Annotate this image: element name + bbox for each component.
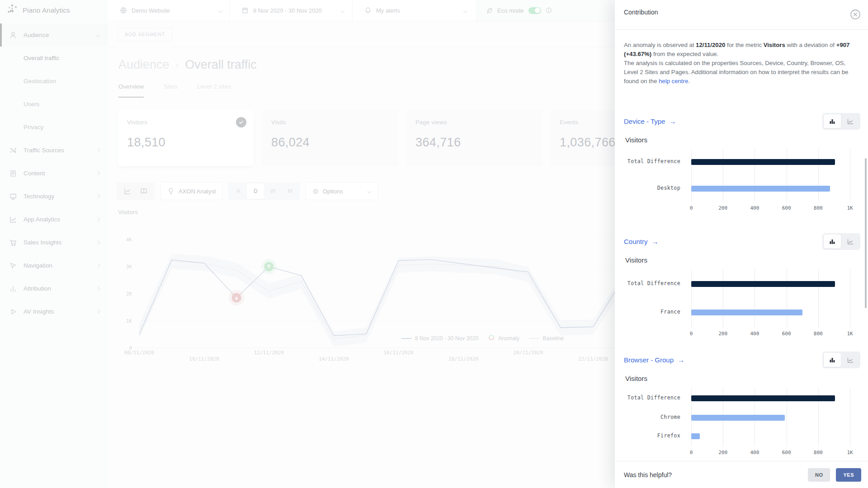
granularity-m[interactable]: M xyxy=(281,183,298,199)
section-metric-browser-group: Visitors xyxy=(625,375,647,383)
bar-chart-toggle-icon[interactable] xyxy=(824,235,841,249)
site-selector[interactable]: Demo Website xyxy=(108,0,229,21)
feedback-no-button[interactable]: NO xyxy=(808,468,830,482)
chevron-down-icon xyxy=(368,189,372,193)
chevron-down-icon xyxy=(96,33,100,38)
anomaly-description: An anomaly is observed at 12/11/2020 for… xyxy=(624,41,861,86)
date-range-picker[interactable]: 8 Nov 2020 - 30 Nov 2020 xyxy=(229,0,352,21)
eco-mode-label: Eco mode xyxy=(497,7,524,14)
sidebar-item-audience[interactable]: Audience xyxy=(0,23,108,47)
bar-label-total-difference: Total Difference xyxy=(615,158,680,164)
anomaly-marker-down[interactable] xyxy=(229,290,244,305)
bell-icon xyxy=(364,7,372,14)
sidebar-item-content[interactable]: Content xyxy=(0,162,108,185)
chevron-right-icon xyxy=(96,171,100,176)
sidebar-item-users[interactable]: Users xyxy=(0,93,108,116)
gridline xyxy=(755,149,755,202)
sidebar-nav: AudienceOverall trafficGeolocationUsersP… xyxy=(0,23,108,323)
svg-text:12/11/2020: 12/11/2020 xyxy=(254,350,284,356)
options-dropdown[interactable]: ⚙ Options xyxy=(306,182,378,200)
axis-tick-label: 0 xyxy=(681,205,701,211)
tab-level-2-sites[interactable]: Level 2 sites xyxy=(197,83,231,98)
feedback-question: Was this helpful? xyxy=(624,471,808,479)
gridline xyxy=(691,149,692,202)
legend-item-baseline[interactable]: Baseline xyxy=(529,335,564,342)
granularity-h[interactable]: H xyxy=(230,183,247,199)
granularity-d[interactable]: D xyxy=(247,183,264,199)
eco-mode-control: Eco mode xyxy=(476,0,615,21)
sidebar-item-overall-traffic[interactable]: Overall traffic xyxy=(0,47,108,70)
metric-card-page-views[interactable]: Page views364,716 xyxy=(406,110,542,166)
axis-tick-label: 600 xyxy=(777,450,797,455)
breadcrumb-overall-traffic: Overall traffic xyxy=(185,58,257,72)
chevron-down-icon xyxy=(340,8,345,13)
panel-scrollbar[interactable] xyxy=(865,158,867,308)
line-chart-view-icon[interactable] xyxy=(123,187,132,195)
sidebar-item-sales-insights[interactable]: Sales Insights xyxy=(0,231,108,254)
line-chart-toggle-icon[interactable] xyxy=(842,353,859,367)
granularity-w[interactable]: W xyxy=(264,183,281,199)
info-icon[interactable] xyxy=(546,7,552,14)
sidebar-item-label: Technology xyxy=(24,193,96,200)
gridline xyxy=(787,269,787,328)
sidebar-item-label: App Analytics xyxy=(24,216,96,223)
section-metric-country: Visitors xyxy=(625,256,647,264)
svg-text:10/11/2020: 10/11/2020 xyxy=(189,356,219,362)
map-view-icon[interactable] xyxy=(140,187,148,195)
app-logo-text: Piano Analytics xyxy=(23,6,70,14)
sidebar-item-traffic-sources[interactable]: Traffic Sources xyxy=(0,139,108,162)
svg-text:2K: 2K xyxy=(126,291,132,297)
cursor-icon xyxy=(9,262,17,270)
tab-overview[interactable]: Overview xyxy=(118,83,144,98)
add-segment-button[interactable]: ADD SEGMENT xyxy=(118,28,172,41)
sidebar-item-av-insights[interactable]: AV Insights xyxy=(0,300,108,323)
help-centre-link[interactable]: help centre xyxy=(659,78,688,84)
axis-tick-label: 400 xyxy=(745,331,764,337)
sidebar-item-technology[interactable]: Technology xyxy=(0,185,108,208)
bar-chart-toggle-icon[interactable] xyxy=(824,353,841,367)
svg-text:22/11/2020: 22/11/2020 xyxy=(578,356,608,362)
tab-sites[interactable]: Sites xyxy=(164,83,177,98)
anomaly-marker-up[interactable] xyxy=(261,259,277,274)
section-link-device-type[interactable]: Device - Type xyxy=(624,117,676,126)
arrow-right-icon xyxy=(678,356,684,364)
sidebar-item-label: Content xyxy=(24,170,96,177)
close-icon[interactable] xyxy=(849,9,861,20)
anomaly-swatch xyxy=(488,334,495,342)
legend-item-anomaly[interactable]: Anomaly xyxy=(488,334,519,342)
eco-mode-toggle[interactable] xyxy=(528,7,541,14)
axis-tick-label: 800 xyxy=(808,331,828,337)
bar-label-firefox: Firefox xyxy=(615,432,680,439)
sidebar-item-navigation[interactable]: Navigation xyxy=(0,254,108,277)
globe-icon xyxy=(120,7,127,14)
section-link-browser-group[interactable]: Browser - Group xyxy=(624,355,684,364)
section-title: Browser - Group xyxy=(624,356,674,364)
lightbulb-icon xyxy=(167,188,175,195)
line-chart-toggle-icon[interactable] xyxy=(842,235,859,249)
bar-label-total-difference: Total Difference xyxy=(615,280,680,286)
legend-item-8-nov-2020-30-nov-2020[interactable]: 8 Nov 2020 - 30 Nov 2020 xyxy=(401,335,478,342)
metric-card-visitors[interactable]: Visitors18,510 xyxy=(118,110,254,166)
section-link-country[interactable]: Country xyxy=(624,237,659,246)
sidebar-item-label: AV Insights xyxy=(24,308,96,315)
metric-card-visits[interactable]: Visits86,024 xyxy=(262,110,398,166)
svg-text:20/11/2020: 20/11/2020 xyxy=(513,350,543,356)
axon-analyst-button[interactable]: AXON Analyst xyxy=(160,182,222,200)
app-logo[interactable]: Piano Analytics xyxy=(6,4,70,16)
sidebar-item-geolocation[interactable]: Geolocation xyxy=(0,70,108,93)
chevron-right-icon xyxy=(96,310,100,314)
sidebar-item-app-analytics[interactable]: App Analytics xyxy=(0,208,108,231)
sidebar-item-attribution[interactable]: Attribution xyxy=(0,277,108,300)
breadcrumb-audience[interactable]: Audience xyxy=(118,58,170,72)
my-alerts-menu[interactable]: My alerts xyxy=(352,0,476,21)
feedback-yes-button[interactable]: YES xyxy=(836,468,861,482)
breadcrumb: Audience › Overall traffic xyxy=(118,58,257,72)
line-chart-toggle-icon[interactable] xyxy=(842,114,859,128)
sidebar-item-privacy[interactable]: Privacy xyxy=(0,116,108,139)
svg-text:4K: 4K xyxy=(126,237,132,243)
chevron-down-icon xyxy=(218,8,223,13)
chevron-right-icon xyxy=(96,217,100,222)
cart-icon xyxy=(9,239,17,247)
bar-chart-toggle-icon[interactable] xyxy=(824,114,841,128)
main-content: Demo Website 8 Nov 2020 - 30 Nov 2020 My… xyxy=(108,0,615,488)
